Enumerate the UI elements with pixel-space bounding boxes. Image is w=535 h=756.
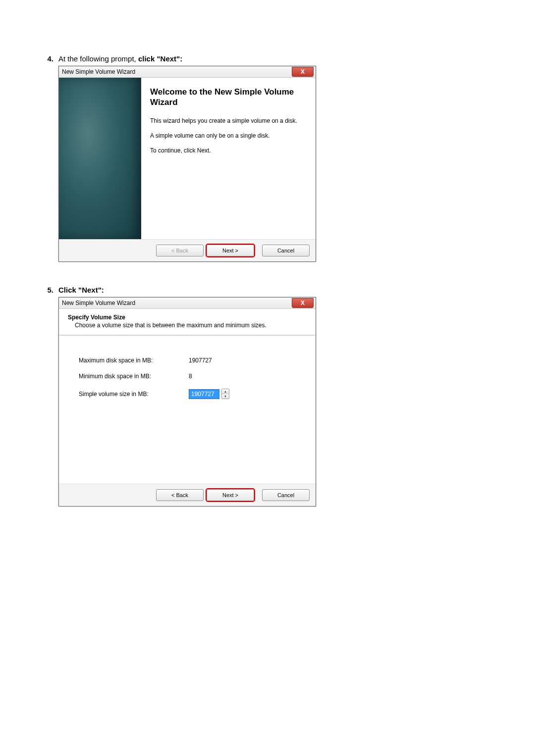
- close-icon: X: [301, 300, 305, 306]
- spinner-buttons: ▲ ▼: [221, 389, 229, 399]
- row-min: Minimum disk space in MB: 8: [79, 373, 302, 380]
- wizard-sidebar-image: [59, 78, 141, 239]
- wizard-p1: This wizard helps you create a simple vo…: [150, 117, 305, 125]
- titlebar-text: New Simple Volume Wizard: [59, 300, 135, 306]
- min-label: Minimum disk space in MB:: [79, 373, 189, 380]
- wizard-heading: Welcome to the New Simple Volume Wizard: [150, 87, 305, 108]
- close-button[interactable]: X: [292, 298, 314, 308]
- step5-text-bold: Click "Next":: [58, 286, 104, 294]
- step-body: At the following prompt, click "Next": N…: [58, 54, 495, 262]
- next-button[interactable]: Next >: [207, 245, 254, 256]
- cancel-button[interactable]: Cancel: [262, 245, 310, 256]
- size-input[interactable]: [189, 389, 219, 399]
- titlebar-text: New Simple Volume Wizard: [59, 68, 135, 75]
- wizard-body: Maximum disk space in MB: 1907727 Minimu…: [59, 336, 316, 484]
- wizard-dialog-welcome: New Simple Volume Wizard X Welcome to th…: [58, 66, 316, 262]
- back-button[interactable]: < Back: [156, 489, 204, 501]
- close-button[interactable]: X: [292, 67, 314, 77]
- step4-text-plain: At the following prompt,: [58, 54, 138, 63]
- step-number: 4.: [40, 54, 58, 262]
- wizard-header-sub: Choose a volume size that is between the…: [75, 322, 309, 329]
- min-value: 8: [189, 373, 192, 380]
- wizard-p3: To continue, click Next.: [150, 147, 305, 154]
- back-button[interactable]: < Back: [156, 245, 204, 256]
- step-body: Click "Next": New Simple Volume Wizard X…: [58, 286, 495, 506]
- wizard-dialog-volume-size: New Simple Volume Wizard X Specify Volum…: [58, 297, 316, 506]
- close-icon: X: [301, 68, 305, 75]
- step4-text-bold: click "Next":: [138, 54, 182, 63]
- wizard-content: Welcome to the New Simple Volume Wizard …: [141, 78, 316, 239]
- max-label: Maximum disk space in MB:: [79, 357, 189, 364]
- cancel-button[interactable]: Cancel: [262, 489, 310, 501]
- step-4: 4. At the following prompt, click "Next"…: [40, 54, 495, 262]
- button-row: < Back Next > Cancel: [59, 484, 316, 506]
- size-spinner: ▲ ▼: [189, 389, 229, 399]
- row-size: Simple volume size in MB: ▲ ▼: [79, 389, 302, 399]
- wizard-body: Welcome to the New Simple Volume Wizard …: [59, 78, 316, 239]
- row-max: Maximum disk space in MB: 1907727: [79, 357, 302, 364]
- titlebar[interactable]: New Simple Volume Wizard X: [59, 66, 316, 78]
- wizard-header: Specify Volume Size Choose a volume size…: [59, 309, 316, 335]
- wizard-p2: A simple volume can only be on a single …: [150, 132, 305, 140]
- spinner-down-icon[interactable]: ▼: [222, 394, 229, 399]
- titlebar[interactable]: New Simple Volume Wizard X: [59, 298, 316, 309]
- size-label: Simple volume size in MB:: [79, 391, 189, 398]
- wizard-header-title: Specify Volume Size: [68, 314, 309, 321]
- spinner-up-icon[interactable]: ▲: [222, 389, 229, 394]
- step-number: 5.: [40, 286, 58, 506]
- next-button[interactable]: Next >: [207, 489, 254, 501]
- button-row: < Back Next > Cancel: [59, 239, 316, 261]
- step-5: 5. Click "Next": New Simple Volume Wizar…: [40, 286, 495, 506]
- max-value: 1907727: [189, 357, 212, 364]
